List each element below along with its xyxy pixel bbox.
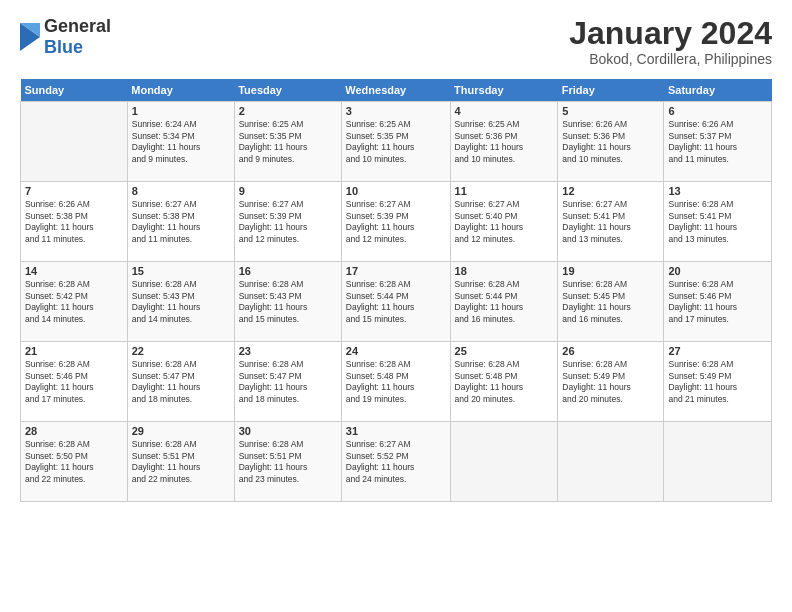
- day-info: Sunrise: 6:28 AM Sunset: 5:46 PM Dayligh…: [25, 359, 123, 405]
- day-number: 7: [25, 185, 123, 197]
- day-cell: 29Sunrise: 6:28 AM Sunset: 5:51 PM Dayli…: [127, 422, 234, 502]
- day-info: Sunrise: 6:28 AM Sunset: 5:44 PM Dayligh…: [346, 279, 446, 325]
- day-cell: 26Sunrise: 6:28 AM Sunset: 5:49 PM Dayli…: [558, 342, 664, 422]
- day-number: 17: [346, 265, 446, 277]
- day-cell: 21Sunrise: 6:28 AM Sunset: 5:46 PM Dayli…: [21, 342, 128, 422]
- day-cell: 10Sunrise: 6:27 AM Sunset: 5:39 PM Dayli…: [341, 182, 450, 262]
- weekday-header-monday: Monday: [127, 79, 234, 102]
- day-cell: [21, 102, 128, 182]
- weekday-header-sunday: Sunday: [21, 79, 128, 102]
- day-number: 30: [239, 425, 337, 437]
- day-info: Sunrise: 6:25 AM Sunset: 5:35 PM Dayligh…: [239, 119, 337, 165]
- day-cell: 17Sunrise: 6:28 AM Sunset: 5:44 PM Dayli…: [341, 262, 450, 342]
- day-cell: 13Sunrise: 6:28 AM Sunset: 5:41 PM Dayli…: [664, 182, 772, 262]
- weekday-header-friday: Friday: [558, 79, 664, 102]
- day-cell: 31Sunrise: 6:27 AM Sunset: 5:52 PM Dayli…: [341, 422, 450, 502]
- week-row-2: 7Sunrise: 6:26 AM Sunset: 5:38 PM Daylig…: [21, 182, 772, 262]
- day-info: Sunrise: 6:28 AM Sunset: 5:41 PM Dayligh…: [668, 199, 767, 245]
- day-cell: 23Sunrise: 6:28 AM Sunset: 5:47 PM Dayli…: [234, 342, 341, 422]
- day-info: Sunrise: 6:28 AM Sunset: 5:43 PM Dayligh…: [132, 279, 230, 325]
- logo-blue-text: Blue: [44, 37, 111, 58]
- day-info: Sunrise: 6:28 AM Sunset: 5:43 PM Dayligh…: [239, 279, 337, 325]
- page: General Blue January 2024 Bokod, Cordill…: [0, 0, 792, 612]
- day-number: 28: [25, 425, 123, 437]
- day-info: Sunrise: 6:28 AM Sunset: 5:49 PM Dayligh…: [562, 359, 659, 405]
- day-cell: 16Sunrise: 6:28 AM Sunset: 5:43 PM Dayli…: [234, 262, 341, 342]
- day-cell: 24Sunrise: 6:28 AM Sunset: 5:48 PM Dayli…: [341, 342, 450, 422]
- day-number: 5: [562, 105, 659, 117]
- day-cell: 25Sunrise: 6:28 AM Sunset: 5:48 PM Dayli…: [450, 342, 558, 422]
- day-info: Sunrise: 6:28 AM Sunset: 5:48 PM Dayligh…: [346, 359, 446, 405]
- day-number: 12: [562, 185, 659, 197]
- day-number: 26: [562, 345, 659, 357]
- month-title: January 2024: [569, 16, 772, 51]
- day-number: 9: [239, 185, 337, 197]
- week-row-4: 21Sunrise: 6:28 AM Sunset: 5:46 PM Dayli…: [21, 342, 772, 422]
- day-cell: 9Sunrise: 6:27 AM Sunset: 5:39 PM Daylig…: [234, 182, 341, 262]
- day-info: Sunrise: 6:28 AM Sunset: 5:47 PM Dayligh…: [132, 359, 230, 405]
- day-cell: 1Sunrise: 6:24 AM Sunset: 5:34 PM Daylig…: [127, 102, 234, 182]
- day-number: 3: [346, 105, 446, 117]
- day-cell: 18Sunrise: 6:28 AM Sunset: 5:44 PM Dayli…: [450, 262, 558, 342]
- day-number: 2: [239, 105, 337, 117]
- day-info: Sunrise: 6:24 AM Sunset: 5:34 PM Dayligh…: [132, 119, 230, 165]
- calendar: SundayMondayTuesdayWednesdayThursdayFrid…: [20, 79, 772, 502]
- day-info: Sunrise: 6:27 AM Sunset: 5:52 PM Dayligh…: [346, 439, 446, 485]
- day-info: Sunrise: 6:28 AM Sunset: 5:49 PM Dayligh…: [668, 359, 767, 405]
- day-number: 6: [668, 105, 767, 117]
- logo-icon: [20, 23, 40, 51]
- day-info: Sunrise: 6:28 AM Sunset: 5:42 PM Dayligh…: [25, 279, 123, 325]
- day-cell: 8Sunrise: 6:27 AM Sunset: 5:38 PM Daylig…: [127, 182, 234, 262]
- day-info: Sunrise: 6:28 AM Sunset: 5:44 PM Dayligh…: [455, 279, 554, 325]
- day-number: 23: [239, 345, 337, 357]
- day-number: 4: [455, 105, 554, 117]
- day-info: Sunrise: 6:27 AM Sunset: 5:39 PM Dayligh…: [239, 199, 337, 245]
- day-number: 13: [668, 185, 767, 197]
- day-info: Sunrise: 6:28 AM Sunset: 5:45 PM Dayligh…: [562, 279, 659, 325]
- day-number: 19: [562, 265, 659, 277]
- week-row-3: 14Sunrise: 6:28 AM Sunset: 5:42 PM Dayli…: [21, 262, 772, 342]
- day-number: 10: [346, 185, 446, 197]
- day-number: 27: [668, 345, 767, 357]
- day-cell: 19Sunrise: 6:28 AM Sunset: 5:45 PM Dayli…: [558, 262, 664, 342]
- day-number: 31: [346, 425, 446, 437]
- weekday-header-thursday: Thursday: [450, 79, 558, 102]
- day-info: Sunrise: 6:28 AM Sunset: 5:50 PM Dayligh…: [25, 439, 123, 485]
- day-cell: 30Sunrise: 6:28 AM Sunset: 5:51 PM Dayli…: [234, 422, 341, 502]
- day-info: Sunrise: 6:28 AM Sunset: 5:46 PM Dayligh…: [668, 279, 767, 325]
- logo-text: General Blue: [44, 16, 111, 58]
- day-number: 14: [25, 265, 123, 277]
- day-cell: 2Sunrise: 6:25 AM Sunset: 5:35 PM Daylig…: [234, 102, 341, 182]
- day-info: Sunrise: 6:26 AM Sunset: 5:36 PM Dayligh…: [562, 119, 659, 165]
- day-cell: [558, 422, 664, 502]
- location: Bokod, Cordillera, Philippines: [569, 51, 772, 67]
- header: General Blue January 2024 Bokod, Cordill…: [20, 16, 772, 67]
- weekday-header-row: SundayMondayTuesdayWednesdayThursdayFrid…: [21, 79, 772, 102]
- day-cell: 28Sunrise: 6:28 AM Sunset: 5:50 PM Dayli…: [21, 422, 128, 502]
- day-cell: 7Sunrise: 6:26 AM Sunset: 5:38 PM Daylig…: [21, 182, 128, 262]
- day-cell: [664, 422, 772, 502]
- day-number: 22: [132, 345, 230, 357]
- weekday-header-tuesday: Tuesday: [234, 79, 341, 102]
- day-info: Sunrise: 6:27 AM Sunset: 5:38 PM Dayligh…: [132, 199, 230, 245]
- day-number: 11: [455, 185, 554, 197]
- day-number: 15: [132, 265, 230, 277]
- day-cell: 11Sunrise: 6:27 AM Sunset: 5:40 PM Dayli…: [450, 182, 558, 262]
- day-number: 25: [455, 345, 554, 357]
- week-row-1: 1Sunrise: 6:24 AM Sunset: 5:34 PM Daylig…: [21, 102, 772, 182]
- day-cell: 6Sunrise: 6:26 AM Sunset: 5:37 PM Daylig…: [664, 102, 772, 182]
- day-cell: 3Sunrise: 6:25 AM Sunset: 5:35 PM Daylig…: [341, 102, 450, 182]
- day-info: Sunrise: 6:27 AM Sunset: 5:39 PM Dayligh…: [346, 199, 446, 245]
- day-info: Sunrise: 6:26 AM Sunset: 5:38 PM Dayligh…: [25, 199, 123, 245]
- day-info: Sunrise: 6:28 AM Sunset: 5:47 PM Dayligh…: [239, 359, 337, 405]
- title-block: January 2024 Bokod, Cordillera, Philippi…: [569, 16, 772, 67]
- weekday-header-saturday: Saturday: [664, 79, 772, 102]
- day-cell: 15Sunrise: 6:28 AM Sunset: 5:43 PM Dayli…: [127, 262, 234, 342]
- day-number: 1: [132, 105, 230, 117]
- day-info: Sunrise: 6:27 AM Sunset: 5:41 PM Dayligh…: [562, 199, 659, 245]
- day-info: Sunrise: 6:27 AM Sunset: 5:40 PM Dayligh…: [455, 199, 554, 245]
- day-cell: 27Sunrise: 6:28 AM Sunset: 5:49 PM Dayli…: [664, 342, 772, 422]
- day-cell: 20Sunrise: 6:28 AM Sunset: 5:46 PM Dayli…: [664, 262, 772, 342]
- day-cell: [450, 422, 558, 502]
- logo-general-text: General: [44, 16, 111, 37]
